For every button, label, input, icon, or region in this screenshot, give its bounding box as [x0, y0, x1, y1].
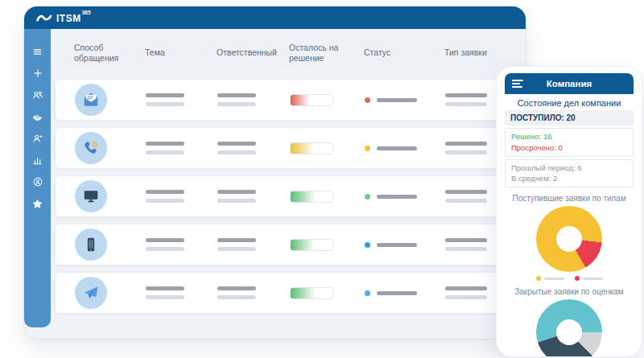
favorites-icon[interactable]	[31, 197, 44, 210]
chart-title-closed: Закрытые заявки по оценкам	[505, 287, 634, 296]
status-placeholder	[377, 98, 417, 102]
channel-badge	[75, 180, 107, 212]
column-header-status: Статус	[364, 47, 444, 58]
mail-icon	[82, 91, 100, 109]
table-row[interactable]	[55, 175, 521, 217]
legend-dot	[575, 276, 580, 281]
mobile-panel: Компания Состояние дел компании ПОСТУПИЛ…	[497, 67, 642, 356]
legend-item	[575, 276, 603, 281]
sidebar-nav	[24, 29, 51, 327]
table-rows	[55, 79, 521, 314]
status-dot	[365, 242, 370, 248]
column-header-type: Тип заявки	[444, 47, 521, 58]
handshake-icon[interactable]	[31, 110, 44, 123]
time-left-progress	[290, 94, 333, 106]
requests-table: Способ обращения Тема Ответственный Оста…	[51, 29, 526, 339]
logo-text: ITSM	[56, 13, 81, 24]
status-dot	[365, 194, 370, 200]
company-state-title: Состояние дел компании	[505, 98, 634, 108]
phone-icon	[82, 139, 100, 157]
paper-plane-icon	[82, 284, 100, 302]
previous-period-counter: Прошлый период: 6	[511, 163, 627, 174]
page-background: ITSM365	[0, 0, 644, 358]
closed-requests-donut-chart[interactable]	[536, 299, 602, 356]
legend-item	[536, 276, 564, 281]
profile-icon[interactable]	[31, 175, 44, 188]
smartphone-icon	[82, 236, 100, 253]
column-header-subject: Тема	[145, 47, 217, 58]
donut-hole	[556, 226, 582, 252]
monitor-icon	[82, 187, 100, 205]
time-left-progress	[290, 239, 333, 251]
team-icon[interactable]	[31, 88, 44, 101]
stats-icon[interactable]	[31, 154, 44, 167]
assignee-placeholder	[217, 93, 256, 97]
subject-placeholder	[146, 93, 184, 97]
itsm-logo-icon	[36, 13, 52, 23]
channel-badge	[75, 132, 107, 164]
column-header-time-left: Осталось на решение	[289, 43, 364, 64]
app-logo[interactable]: ITSM365	[36, 10, 91, 25]
received-counter: ПОСТУПИЛО: 20	[505, 110, 634, 126]
type-placeholder	[445, 93, 487, 97]
column-header-assignee: Ответственный	[217, 47, 289, 58]
average-counter: В среднем: 2	[511, 173, 627, 184]
chart-legend	[505, 276, 634, 281]
table-row[interactable]	[55, 224, 521, 265]
window-body: Способ обращения Тема Ответственный Оста…	[24, 29, 526, 339]
time-left-progress	[290, 142, 333, 154]
mobile-header: Компания	[505, 73, 634, 94]
table-row[interactable]	[55, 127, 521, 169]
menu-icon[interactable]	[512, 80, 523, 89]
app-header: ITSM365	[24, 6, 526, 29]
table-row[interactable]	[55, 272, 521, 314]
user-add-icon[interactable]	[31, 132, 44, 145]
resolved-counter: Решено: 16	[511, 131, 627, 142]
period-box: Прошлый период: 6 В среднем: 2	[505, 159, 634, 188]
channel-badge	[75, 228, 107, 261]
menu-icon[interactable]	[31, 45, 44, 58]
incoming-requests-donut-chart[interactable]	[536, 206, 602, 272]
table-header: Способ обращения Тема Ответственный Оста…	[55, 39, 521, 68]
resolved-overdue-box: Решено: 16 Просрочено: 0	[505, 128, 634, 157]
donut-hole	[556, 319, 582, 345]
status-dot	[365, 146, 370, 151]
time-left-progress	[290, 191, 333, 203]
chart-title-incoming: Поступившие заявки по типам	[505, 194, 634, 203]
table-row[interactable]	[55, 79, 521, 121]
legend-dot	[536, 276, 541, 281]
column-header-channel: Способ обращения	[74, 43, 145, 64]
logo-superscript: 365	[82, 10, 91, 15]
mobile-title: Компания	[547, 79, 592, 88]
desktop-window: ITSM365	[24, 6, 526, 339]
channel-badge	[75, 84, 107, 116]
overdue-counter: Просрочено: 0	[511, 142, 627, 154]
status-dot	[365, 97, 370, 103]
time-left-progress	[290, 287, 333, 299]
channel-badge	[75, 277, 107, 309]
status-dot	[365, 290, 370, 296]
add-icon[interactable]	[31, 67, 44, 80]
